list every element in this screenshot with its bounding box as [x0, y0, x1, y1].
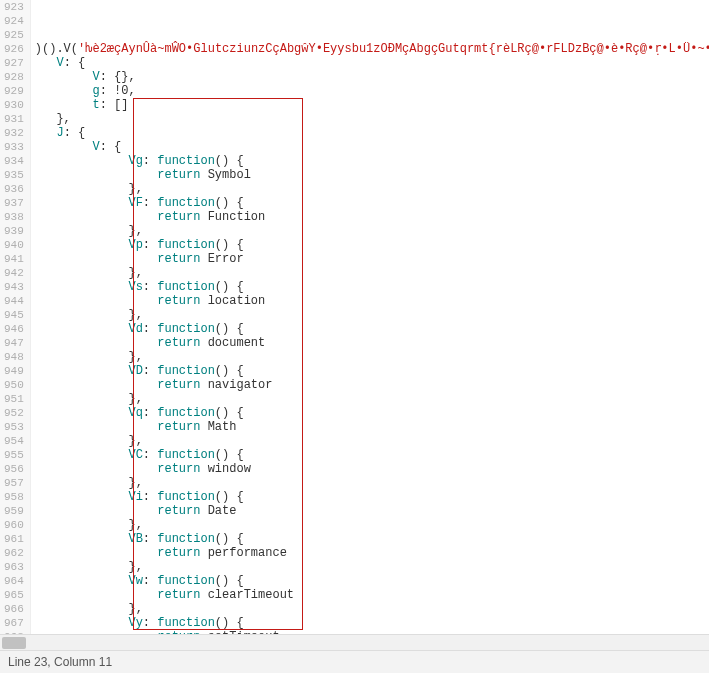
- code-line[interactable]: return Error: [35, 252, 709, 266]
- code-line[interactable]: Vd: function() {: [35, 322, 709, 336]
- code-line[interactable]: V: {: [35, 56, 709, 70]
- code-line[interactable]: J: {: [35, 126, 709, 140]
- code-line[interactable]: },: [35, 308, 709, 322]
- code-line[interactable]: },: [35, 434, 709, 448]
- code-line[interactable]: return location: [35, 294, 709, 308]
- code-line[interactable]: return navigator: [35, 378, 709, 392]
- code-line[interactable]: Vw: function() {: [35, 574, 709, 588]
- code-line[interactable]: return performance: [35, 546, 709, 560]
- code-line[interactable]: Vq: function() {: [35, 406, 709, 420]
- editor-wrapper: 9239249259269279289299309319329339349359…: [0, 0, 709, 673]
- code-line[interactable]: VD: function() {: [35, 364, 709, 378]
- code-line[interactable]: },: [35, 266, 709, 280]
- code-line[interactable]: VF: function() {: [35, 196, 709, 210]
- code-line[interactable]: VB: function() {: [35, 532, 709, 546]
- code-line[interactable]: Vg: function() {: [35, 154, 709, 168]
- code-line[interactable]: )().V('ƕè2æçAynÛà~mŴO•GlutcziunzCçAbgŵY•…: [35, 42, 709, 56]
- code-line[interactable]: },: [35, 112, 709, 126]
- code-line[interactable]: return document: [35, 336, 709, 350]
- code-line[interactable]: t: []: [35, 98, 709, 112]
- code-line[interactable]: return Symbol: [35, 168, 709, 182]
- code-line[interactable]: },: [35, 602, 709, 616]
- code-line[interactable]: return window: [35, 462, 709, 476]
- code-line[interactable]: },: [35, 518, 709, 532]
- code-line[interactable]: V: {: [35, 140, 709, 154]
- code-line[interactable]: return Math: [35, 420, 709, 434]
- code-line[interactable]: g: !0,: [35, 84, 709, 98]
- line-gutter: 9239249259269279289299309319329339349359…: [0, 0, 31, 634]
- code-line[interactable]: return Date: [35, 504, 709, 518]
- horizontal-scrollbar[interactable]: [0, 634, 709, 650]
- code-line[interactable]: return Function: [35, 210, 709, 224]
- code-line[interactable]: },: [35, 350, 709, 364]
- code-line[interactable]: Vs: function() {: [35, 280, 709, 294]
- code-line[interactable]: },: [35, 560, 709, 574]
- cursor-position: Line 23, Column 11: [8, 655, 112, 669]
- code-line[interactable]: Vi: function() {: [35, 490, 709, 504]
- code-area[interactable]: 9239249259269279289299309319329339349359…: [0, 0, 709, 634]
- code-line[interactable]: },: [35, 476, 709, 490]
- code-line[interactable]: },: [35, 224, 709, 238]
- code-line[interactable]: },: [35, 182, 709, 196]
- status-bar: Line 23, Column 11: [0, 650, 709, 673]
- code-line[interactable]: V: {},: [35, 70, 709, 84]
- code-line[interactable]: },: [35, 392, 709, 406]
- code-content[interactable]: )().V('ƕè2æçAynÛà~mŴO•GlutcziunzCçAbgŵY•…: [31, 0, 709, 634]
- code-line[interactable]: Vp: function() {: [35, 238, 709, 252]
- code-line[interactable]: Vy: function() {: [35, 616, 709, 630]
- horizontal-scrollbar-thumb[interactable]: [2, 637, 26, 649]
- code-line[interactable]: VC: function() {: [35, 448, 709, 462]
- code-line[interactable]: return clearTimeout: [35, 588, 709, 602]
